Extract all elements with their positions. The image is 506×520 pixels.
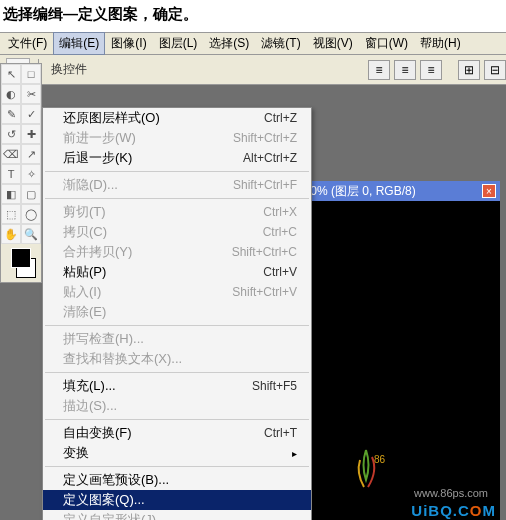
menu-item: 清除(E) [43,302,311,322]
tool-shape[interactable]: ◧ [1,184,21,204]
menu-item-shortcut: Ctrl+C [263,225,297,239]
tool-eyedrop[interactable]: ◯ [21,204,41,224]
menu-item: 描边(S)... [43,396,311,416]
tool-marquee[interactable]: □ [21,64,41,84]
menu-item-label: 剪切(T) [63,203,263,221]
menu-select[interactable]: 选择(S) [203,32,255,55]
menu-help[interactable]: 帮助(H) [414,32,467,55]
menu-item-label: 还原图层样式(O) [63,109,264,127]
menu-item-label: 前进一步(W) [63,129,233,147]
menu-item-label: 粘贴(P) [63,263,263,281]
menu-item-label: 清除(E) [63,303,297,321]
tool-notes[interactable]: ⬚ [1,204,21,224]
menu-item-shortcut: Alt+Ctrl+Z [243,151,297,165]
brand-o: O [470,502,483,519]
align-btn-3[interactable]: ≡ [420,60,442,80]
menu-item: 渐隐(D)...Shift+Ctrl+F [43,175,311,195]
menu-item-label: 定义画笔预设(B)... [63,471,297,489]
brand-post: M [483,502,497,519]
separator [45,198,309,199]
options-label: 换控件 [47,61,91,78]
menu-item[interactable]: 还原图层样式(O)Ctrl+Z [43,108,311,128]
menu-item: 拷贝(C)Ctrl+C [43,222,311,242]
toolbox: ↖ □ ◐ ✂ ✎ ✓ ↺ ✚ ⌫ ↗ T ✧ ◧ ▢ ⬚ ◯ ✋ 🔍 [0,63,42,283]
menu-item-shortcut: Shift+Ctrl+F [233,178,297,192]
menu-item-shortcut: Shift+Ctrl+Z [233,131,297,145]
menu-item-label: 变换 [63,444,286,462]
menu-item[interactable]: 粘贴(P)Ctrl+V [43,262,311,282]
menu-item-shortcut: Ctrl+Z [264,111,297,125]
menu-item-shortcut: Shift+Ctrl+C [232,245,297,259]
menu-filter[interactable]: 滤镜(T) [255,32,306,55]
align-btn-5[interactable]: ⊟ [484,60,506,80]
menu-item: 定义自定形状(J)... [43,510,311,520]
options-bar: ✥ 换控件 ≡ ≡ ≡ ⊞ ⊟ [0,55,506,85]
tool-clone[interactable]: ↺ [1,124,21,144]
menu-item: 前进一步(W)Shift+Ctrl+Z [43,128,311,148]
menu-item-label: 拼写检查(H)... [63,330,297,348]
document-window[interactable]: 100% (图层 0, RGB/8) × [290,181,500,520]
tool-pen[interactable]: ✧ [21,164,41,184]
menu-item: 贴入(I)Shift+Ctrl+V [43,282,311,302]
align-btn-2[interactable]: ≡ [394,60,416,80]
menu-layer[interactable]: 图层(L) [153,32,204,55]
tool-crop[interactable]: ✂ [21,84,41,104]
separator [45,325,309,326]
menu-item-shortcut: Ctrl+T [264,426,297,440]
align-btn-4[interactable]: ⊞ [458,60,480,80]
document-title: 100% (图层 0, RGB/8) [297,183,416,200]
color-swatches[interactable] [1,244,41,282]
menu-item: 拼写检查(H)... [43,329,311,349]
menu-item-label: 定义图案(Q)... [63,491,297,509]
watermark-url: www.86ps.com [414,487,488,499]
menu-window[interactable]: 窗口(W) [359,32,414,55]
tool-hand[interactable]: ✋ [1,224,21,244]
menu-edit[interactable]: 编辑(E) [53,32,105,55]
align-btn-1[interactable]: ≡ [368,60,390,80]
menu-image[interactable]: 图像(I) [105,32,152,55]
menu-item-label: 查找和替换文本(X)... [63,350,297,368]
menu-item-label: 贴入(I) [63,283,232,301]
menu-item-label: 合并拷贝(Y) [63,243,232,261]
tool-lasso[interactable]: ◐ [1,84,21,104]
menu-item-label: 定义自定形状(J)... [63,511,297,520]
tool-eraser[interactable]: ⌫ [1,144,21,164]
menu-item-label: 填充(L)... [63,377,252,395]
menu-item[interactable]: 自由变换(F)Ctrl+T [43,423,311,443]
workspace: ↖ □ ◐ ✂ ✎ ✓ ↺ ✚ ⌫ ↗ T ✧ ◧ ▢ ⬚ ◯ ✋ 🔍 还原图层… [0,85,506,520]
tool-path[interactable]: ▢ [21,184,41,204]
menu-item-label: 后退一步(K) [63,149,243,167]
brand-pre: UiBQ.C [411,502,470,519]
menu-file[interactable]: 文件(F) [2,32,53,55]
tool-move[interactable]: ↖ [1,64,21,84]
menu-item-label: 描边(S)... [63,397,297,415]
flame-logo: 86 [346,445,386,495]
tool-brush[interactable]: ✎ [1,104,21,124]
menu-item: 合并拷贝(Y)Shift+Ctrl+C [43,242,311,262]
menu-item-shortcut: Shift+F5 [252,379,297,393]
instruction-text: 选择编缉—定义图案，确定。 [0,0,506,32]
tool-history[interactable]: ✚ [21,124,41,144]
tool-heal[interactable]: ✓ [21,104,41,124]
tool-type[interactable]: T [1,164,21,184]
svg-text:86: 86 [374,454,386,465]
menu-item[interactable]: 变换 [43,443,311,463]
separator [45,372,309,373]
tool-zoom[interactable]: 🔍 [21,224,41,244]
foreground-swatch[interactable] [11,248,31,268]
tool-gradient[interactable]: ↗ [21,144,41,164]
edit-menu-dropdown: 还原图层样式(O)Ctrl+Z前进一步(W)Shift+Ctrl+Z后退一步(K… [42,107,312,520]
close-icon[interactable]: × [482,184,496,198]
separator [45,419,309,420]
menu-item[interactable]: 后退一步(K)Alt+Ctrl+Z [43,148,311,168]
menu-item-shortcut: Ctrl+X [263,205,297,219]
menu-item-label: 拷贝(C) [63,223,263,241]
menu-item[interactable]: 填充(L)...Shift+F5 [43,376,311,396]
menu-item[interactable]: 定义图案(Q)... [43,490,311,510]
menu-view[interactable]: 视图(V) [307,32,359,55]
canvas[interactable] [291,201,499,520]
menu-item-label: 自由变换(F) [63,424,264,442]
menu-item[interactable]: 定义画笔预设(B)... [43,470,311,490]
app-window: 文件(F) 编辑(E) 图像(I) 图层(L) 选择(S) 滤镜(T) 视图(V… [0,32,506,520]
menu-item-label: 渐隐(D)... [63,176,233,194]
